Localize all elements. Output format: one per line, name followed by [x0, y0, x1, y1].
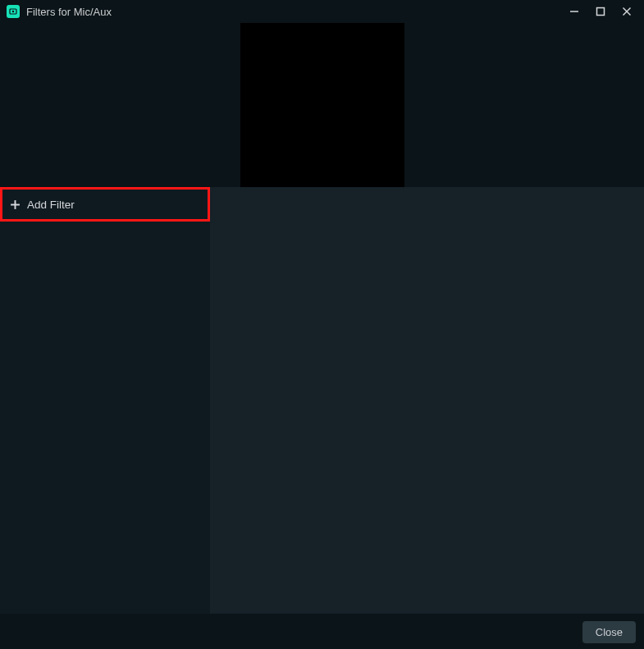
preview-area: [0, 23, 644, 187]
svg-rect-3: [597, 8, 605, 16]
window-controls: [569, 6, 637, 17]
main-content: Add Filter: [0, 187, 644, 614]
plus-icon: [9, 199, 21, 210]
svg-point-1: [12, 11, 14, 12]
add-filter-label: Add Filter: [27, 199, 75, 211]
app-icon: [7, 5, 20, 18]
titlebar: Filters for Mic/Aux: [0, 0, 644, 23]
maximize-button[interactable]: [595, 6, 606, 17]
filter-sidebar: Add Filter: [0, 187, 210, 614]
filter-settings-panel: [210, 187, 644, 614]
window-title: Filters for Mic/Aux: [26, 6, 569, 18]
bottom-bar: Close: [0, 614, 644, 649]
close-button[interactable]: Close: [582, 621, 636, 643]
preview-box: [240, 23, 404, 187]
close-window-button[interactable]: [621, 6, 633, 17]
filter-list: [0, 222, 210, 614]
minimize-button[interactable]: [569, 6, 580, 17]
add-filter-button[interactable]: Add Filter: [0, 187, 210, 222]
